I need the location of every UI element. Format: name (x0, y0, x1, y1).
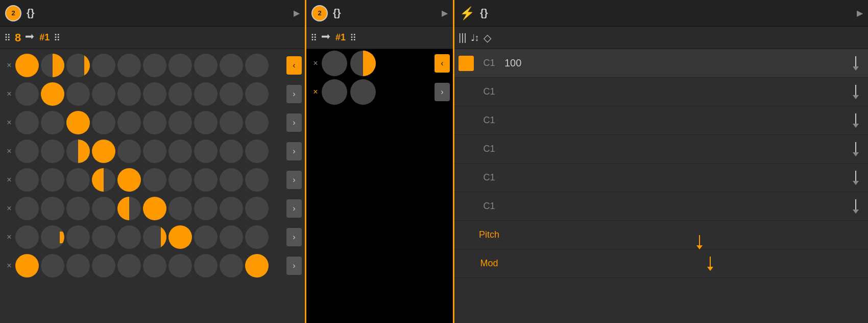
import-icon-1[interactable]: ⮕ (25, 32, 35, 43)
dot[interactable] (143, 225, 166, 249)
dot[interactable] (143, 168, 166, 192)
chevron-right-btn[interactable]: › (286, 142, 302, 160)
dot[interactable] (194, 54, 218, 77)
dot[interactable] (92, 82, 115, 106)
dot[interactable] (194, 140, 218, 163)
dot[interactable] (66, 225, 90, 249)
dot[interactable] (194, 197, 218, 220)
dot[interactable] (41, 225, 64, 249)
slider-handle[interactable] (853, 113, 859, 128)
dot[interactable] (66, 111, 90, 134)
mini-row-mute-1[interactable]: × (309, 59, 322, 68)
dot[interactable] (92, 140, 115, 163)
chevron-right-btn[interactable]: › (286, 171, 302, 189)
mini-chevron-right-btn[interactable]: › (435, 83, 450, 101)
dot[interactable] (245, 197, 269, 220)
dot[interactable] (15, 168, 39, 192)
row-mute-1[interactable]: × (3, 61, 15, 70)
dot[interactable] (245, 254, 269, 278)
dot[interactable] (143, 54, 166, 77)
slider-handle[interactable] (853, 171, 859, 185)
dot[interactable] (245, 225, 269, 249)
chevron-right-btn[interactable]: › (286, 113, 302, 132)
row-mute-7[interactable]: × (3, 233, 15, 242)
row-mute-4[interactable]: × (3, 147, 15, 156)
row-mute-6[interactable]: × (3, 204, 15, 213)
dot[interactable] (245, 111, 269, 134)
dot[interactable] (220, 82, 243, 106)
dot[interactable] (66, 82, 90, 106)
dot[interactable] (117, 254, 141, 278)
dot[interactable] (66, 254, 90, 278)
dot[interactable] (168, 168, 192, 192)
import-icon-2[interactable]: ⮕ (321, 32, 331, 43)
dot[interactable] (41, 82, 64, 106)
dot[interactable] (41, 140, 64, 163)
chevron-right-btn[interactable]: › (286, 228, 302, 246)
dot[interactable] (245, 54, 269, 77)
dot[interactable] (117, 111, 141, 134)
dot[interactable] (168, 254, 192, 278)
loop-icon[interactable]: 2 (5, 5, 21, 21)
chevron-right-btn[interactable]: › (286, 199, 302, 218)
dot[interactable] (15, 197, 39, 220)
dot[interactable] (117, 82, 141, 106)
dot[interactable] (220, 168, 243, 192)
dot[interactable] (15, 225, 39, 249)
dot[interactable] (117, 225, 141, 249)
dot[interactable] (194, 82, 218, 106)
row-mute-8[interactable]: × (3, 261, 15, 270)
dot[interactable] (15, 254, 39, 278)
row-mute-3[interactable]: × (3, 118, 15, 127)
dot[interactable] (117, 54, 141, 77)
dot[interactable] (168, 197, 192, 220)
slider-handle[interactable] (853, 56, 859, 71)
slider-handle[interactable] (853, 142, 859, 156)
dot[interactable] (143, 82, 166, 106)
loop-icon-2[interactable]: 2 (311, 5, 328, 21)
play-button-3[interactable]: ▶ (857, 8, 863, 18)
mini-chevron-left-btn[interactable]: ‹ (435, 54, 450, 73)
dot[interactable] (66, 168, 90, 192)
play-button-1[interactable]: ▶ (294, 8, 300, 18)
dot[interactable] (168, 82, 192, 106)
chevron-right-btn[interactable]: › (286, 85, 302, 103)
dot[interactable] (143, 111, 166, 134)
dot[interactable] (350, 51, 376, 76)
mod-slider-handle[interactable] (562, 257, 859, 271)
mini-row-mute-2[interactable]: × (309, 87, 322, 97)
dot[interactable] (41, 54, 64, 77)
dot[interactable] (41, 254, 64, 278)
dot[interactable] (92, 54, 115, 77)
dot[interactable] (143, 254, 166, 278)
dot[interactable] (168, 140, 192, 163)
dot[interactable] (66, 140, 90, 163)
dot[interactable] (15, 140, 39, 163)
dot[interactable] (66, 54, 90, 77)
dot[interactable] (322, 79, 347, 105)
dot[interactable] (220, 225, 243, 249)
dot[interactable] (322, 51, 347, 76)
dot[interactable] (168, 111, 192, 134)
dot[interactable] (15, 82, 39, 106)
dot[interactable] (168, 225, 192, 249)
dot[interactable] (41, 168, 64, 192)
dot[interactable] (194, 254, 218, 278)
dot[interactable] (143, 197, 166, 220)
dot[interactable] (220, 254, 243, 278)
dot[interactable] (220, 111, 243, 134)
dot[interactable] (117, 197, 141, 220)
dot[interactable] (41, 197, 64, 220)
dot[interactable] (143, 140, 166, 163)
row-mute-5[interactable]: × (3, 175, 15, 184)
dot[interactable] (245, 140, 269, 163)
dot[interactable] (92, 225, 115, 249)
dot[interactable] (92, 197, 115, 220)
dot[interactable] (15, 54, 39, 77)
dot[interactable] (117, 140, 141, 163)
play-button-2[interactable]: ▶ (442, 8, 448, 18)
dot[interactable] (168, 54, 192, 77)
dot[interactable] (350, 79, 376, 105)
dot[interactable] (194, 111, 218, 134)
chevron-right-btn[interactable]: › (286, 257, 302, 275)
